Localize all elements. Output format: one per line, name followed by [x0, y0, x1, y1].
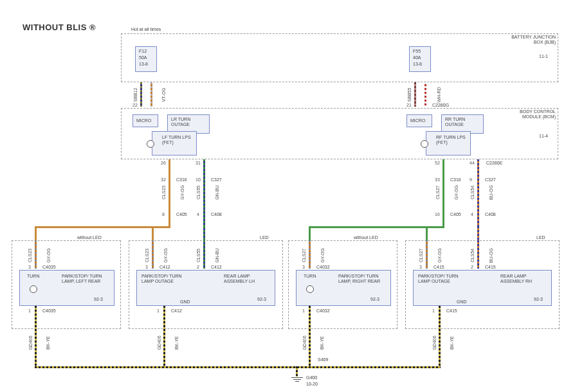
g2-rin-pin: 2	[197, 265, 199, 269]
code-cls55: CLS55	[196, 186, 201, 199]
c316-a: C316	[176, 177, 187, 183]
bcm-name: BODY CONTROL MODULE (BCM)	[507, 109, 556, 119]
g3-turn: TURN	[304, 274, 316, 279]
wire-vtog	[151, 82, 152, 107]
g1-frame-lbl: without LED	[77, 235, 102, 240]
g2-gnd: GND	[180, 299, 190, 305]
g4-lin-code: CLS27	[419, 249, 423, 262]
g2-lin-wire	[152, 240, 154, 269]
code-sbb55: SBB55	[407, 88, 412, 102]
g3-in-code: CLS27	[302, 249, 306, 262]
g2-lin-pin: 3	[145, 265, 148, 269]
pin-10: 10	[196, 177, 201, 182]
g3-frame-lbl: without LED	[354, 235, 378, 240]
wire-26	[169, 159, 170, 227]
g4-lin-pin: 3	[419, 265, 422, 269]
code-cls54: CLS54	[470, 186, 475, 199]
pin-26: 26	[161, 161, 166, 165]
pin-22: 22	[132, 103, 138, 107]
g2-rin-conn: C412	[211, 265, 222, 270]
g4-rin-wire	[477, 240, 479, 269]
wire-44	[477, 159, 479, 227]
g3-out-code: GD406	[302, 335, 307, 350]
g2-rin-col: GN-BU	[215, 248, 219, 263]
g2-right-ref: 92-3	[257, 297, 266, 302]
pin-16-c405: 16	[435, 212, 440, 217]
g4-lin-col: GY-OG	[437, 248, 442, 263]
g4-right-title: REAR LAMP ASSEMBLY RH	[500, 274, 551, 283]
g4-right-ref: 92-3	[534, 297, 543, 302]
pin-4-c408r: 4	[471, 212, 473, 217]
pin-33: 33	[435, 177, 440, 182]
bjb-frame	[121, 33, 558, 82]
conn-c2280g: C2280G	[432, 103, 449, 108]
g3-lamp-icon	[306, 285, 314, 293]
g1-in-code: CLS23	[28, 249, 32, 262]
c327-d: C327	[485, 177, 496, 183]
g4-conn-out: C415	[446, 308, 457, 314]
g1-out-code: GD406	[28, 335, 33, 350]
g2-right-title: REAR LAMP ASSEMBLY LH	[224, 274, 274, 283]
code-cls27: CLS27	[435, 186, 440, 199]
col-buog-d: BU-OG	[489, 185, 493, 200]
bcm-rr-turn-lbl: RR TURN OUTAGE	[445, 117, 481, 127]
pin-31: 31	[196, 161, 201, 165]
g2-out-col: BK-YE	[174, 336, 179, 350]
g3-pin-in: 3	[302, 265, 305, 269]
g3-conn-out: C4032	[316, 308, 330, 314]
wire-31	[203, 159, 205, 227]
g1-in-col: GY-OG	[46, 248, 51, 263]
hot-label: Hot at all times	[131, 27, 161, 32]
ground-symbol	[291, 377, 304, 382]
g2-out-code: GD406	[157, 335, 161, 350]
rf-fet-icon	[421, 140, 428, 148]
g3-in-wire	[309, 240, 311, 269]
g4-pin-out: 1	[432, 308, 435, 313]
c405-a: C405	[176, 212, 187, 217]
col-gyog-c: GY-OG	[454, 185, 459, 200]
g3-in-col: GY-OG	[320, 248, 325, 263]
ground-bus	[35, 366, 441, 368]
pin-44: 44	[470, 161, 475, 165]
g4-out-col: BK-YE	[450, 336, 454, 350]
g4-rin-conn: C415	[485, 265, 496, 270]
pin-4-c408: 4	[197, 212, 199, 217]
splice-s409: S409	[318, 357, 328, 362]
c327-b: C327	[211, 177, 222, 183]
g4-out-code: GD406	[432, 335, 437, 350]
g4-rin-pin: 2	[471, 265, 473, 269]
bcm-micro-r-lbl: MICRO	[410, 118, 425, 123]
ground-drop	[296, 366, 298, 377]
fuse-f12-id: F12	[139, 49, 147, 54]
g4-lin-wire	[426, 240, 428, 269]
g1-inner-ref: 92-3	[94, 297, 103, 302]
fuse-f12-ref: 13-8	[139, 62, 148, 67]
bjb-name: BATTERY JUNCTION BOX (BJB)	[507, 35, 556, 44]
g4-rin-code: CLS54	[470, 249, 475, 262]
g4-lin-conn: C415	[433, 265, 444, 270]
col-gnbu-b: GN-BU	[215, 185, 219, 200]
bjb-ref: 11-1	[539, 54, 548, 59]
g1-inner-title: PARK/STOP/ TURN LAMP, LEFT REAR	[62, 274, 112, 283]
g1-conn-in: C4035	[42, 265, 56, 270]
g2-lin-conn: C412	[160, 265, 170, 270]
code-whrd: WH-RD	[437, 87, 441, 102]
bcm-ref: 11-4	[539, 134, 548, 139]
g1-conn-out: C4035	[42, 308, 56, 314]
g1-out-col: BK-YE	[46, 336, 50, 350]
wire-gn-branch-r	[309, 226, 444, 228]
pin-21: 21	[406, 103, 412, 107]
c316-c: C316	[450, 177, 461, 183]
ground-ref: 10-20	[306, 382, 318, 387]
pin-52: 52	[435, 161, 440, 165]
fuse-f55-rating: 40A	[413, 55, 421, 60]
g4-left-title: PARK/STOP/ TURN LAMP OUTAGE	[418, 274, 470, 283]
g2-out-wire	[163, 306, 165, 368]
fuse-f12-rating: 50A	[139, 55, 147, 60]
c405-c: C405	[450, 212, 461, 217]
g4-frame-lbl: LED	[536, 235, 545, 240]
g3-inner-title: PARK/STOP/ TURN LAMP, RIGHT REAR	[338, 274, 388, 283]
fuse-f55-ref: 13-8	[413, 62, 422, 67]
bcm-rf-fet-lbl: RF TURN LPS (FET)	[436, 135, 468, 145]
wire-whrd	[424, 82, 426, 107]
